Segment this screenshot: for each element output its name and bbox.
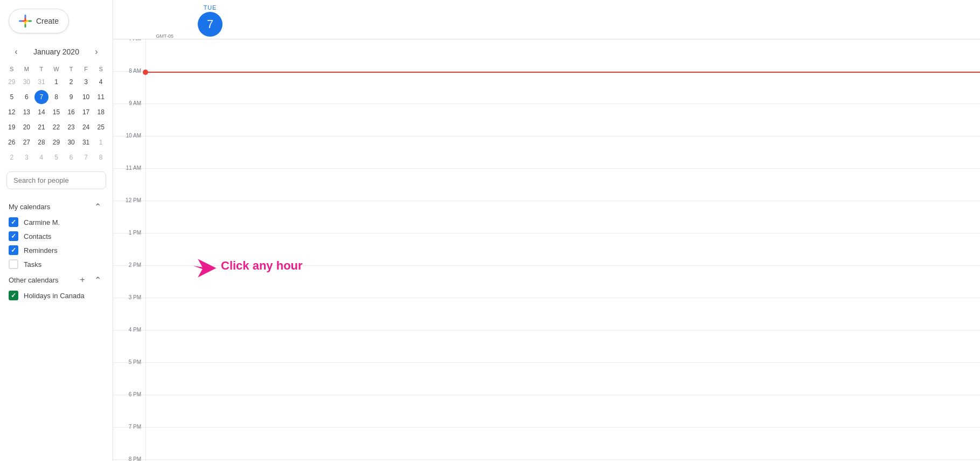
calendar-item-reminders[interactable]: Reminders	[4, 243, 108, 257]
time-slot-4pm[interactable]	[145, 331, 980, 362]
cal-day[interactable]: 24	[79, 120, 93, 134]
cal-day[interactable]: 7	[79, 150, 93, 164]
time-slot-7pm[interactable]	[145, 428, 980, 459]
time-slot-7am[interactable]	[145, 39, 980, 71]
mini-calendar-header: ‹ January 2020 ›	[4, 42, 108, 61]
time-row-2pm[interactable]: 2 PM	[113, 266, 980, 298]
cal-day[interactable]: 31	[79, 135, 93, 149]
my-calendars-title: My calendars	[9, 203, 91, 211]
cal-day[interactable]: 11	[94, 90, 108, 104]
cal-day[interactable]: 15	[49, 105, 63, 119]
cal-day[interactable]: 30	[64, 135, 78, 149]
time-label: 7 PM	[113, 424, 145, 459]
time-slot-6pm[interactable]	[145, 395, 980, 427]
time-row-7am[interactable]: 7 AM	[113, 39, 980, 72]
time-row-8am[interactable]: 8 AM	[113, 72, 980, 104]
cal-day[interactable]: 6	[19, 90, 33, 104]
time-row-5pm[interactable]: 5 PM	[113, 363, 980, 395]
cal-day[interactable]: 27	[19, 135, 33, 149]
cal-day[interactable]: 30	[19, 75, 33, 89]
calendar-item-contacts[interactable]: Contacts	[4, 229, 108, 243]
calendar-item-carmine[interactable]: Carmine M.	[4, 215, 108, 229]
dow-thu: T	[64, 64, 79, 74]
time-grid-container[interactable]: 7 AM 8 AM 9 AM 10 AM 11 AM 12 PM	[113, 39, 980, 461]
calendar-checkbox-holidays[interactable]	[9, 291, 18, 300]
cal-day[interactable]: 2	[5, 150, 19, 164]
time-slot-5pm[interactable]	[145, 363, 980, 395]
dow-fri: F	[79, 64, 94, 74]
cal-day[interactable]: 17	[79, 105, 93, 119]
time-row-7pm[interactable]: 7 PM	[113, 428, 980, 460]
time-row-6pm[interactable]: 6 PM	[113, 395, 980, 428]
time-row-9am[interactable]: 9 AM	[113, 104, 980, 136]
time-row-11am[interactable]: 11 AM	[113, 169, 980, 201]
prev-month-button[interactable]: ‹	[9, 44, 24, 59]
cal-day[interactable]: 12	[5, 105, 19, 119]
cal-day[interactable]: 22	[49, 120, 63, 134]
time-slot-8am[interactable]	[145, 72, 980, 104]
time-slot-1pm[interactable]	[145, 233, 980, 265]
cal-day[interactable]: 5	[5, 90, 19, 104]
time-label: 6 PM	[113, 391, 145, 427]
cal-day[interactable]: 4	[34, 150, 48, 164]
cal-day[interactable]: 26	[5, 135, 19, 149]
time-slot-2pm[interactable]	[145, 266, 980, 298]
time-row-1pm[interactable]: 1 PM Click any hour	[113, 233, 980, 266]
cal-day[interactable]: 10	[79, 90, 93, 104]
cal-day[interactable]: 8	[94, 150, 108, 164]
cal-day[interactable]: 20	[19, 120, 33, 134]
cal-day-today[interactable]: 7	[34, 90, 48, 104]
cal-day[interactable]: 23	[64, 120, 78, 134]
cal-day[interactable]: 21	[34, 120, 48, 134]
my-calendars-header[interactable]: My calendars ⌃	[4, 198, 108, 215]
time-slot-12pm[interactable]	[145, 201, 980, 233]
other-calendars-collapse-button[interactable]: ⌃	[91, 273, 104, 286]
time-row-3pm[interactable]: 3 PM	[113, 298, 980, 331]
mini-calendar-title[interactable]: January 2020	[33, 47, 79, 56]
time-slot-11am[interactable]	[145, 169, 980, 201]
cal-day[interactable]: 25	[94, 120, 108, 134]
cal-day[interactable]: 16	[64, 105, 78, 119]
cal-day[interactable]: 18	[94, 105, 108, 119]
cal-day[interactable]: 5	[49, 150, 63, 164]
calendar-checkbox-contacts[interactable]	[9, 231, 18, 241]
dow-sat: S	[93, 64, 108, 74]
cal-day[interactable]: 4	[94, 75, 108, 89]
cal-day[interactable]: 28	[34, 135, 48, 149]
day-column-header[interactable]: TUE 7	[178, 0, 242, 39]
search-people-input[interactable]	[6, 171, 106, 189]
time-row-12pm[interactable]: 12 PM	[113, 201, 980, 233]
cal-day[interactable]: 13	[19, 105, 33, 119]
next-month-button[interactable]: ›	[89, 44, 104, 59]
calendar-item-tasks[interactable]: Tasks	[4, 257, 108, 271]
cal-day[interactable]: 2	[64, 75, 78, 89]
time-row-4pm[interactable]: 4 PM	[113, 331, 980, 363]
cal-day[interactable]: 3	[19, 150, 33, 164]
create-button[interactable]: Create	[9, 9, 69, 33]
calendar-checkbox-reminders[interactable]	[9, 245, 18, 255]
calendar-item-holidays[interactable]: Holidays in Canada	[4, 288, 108, 302]
time-label: 8 PM	[113, 456, 145, 461]
cal-day[interactable]: 14	[34, 105, 48, 119]
cal-day[interactable]: 9	[64, 90, 78, 104]
time-slot-10am[interactable]	[145, 136, 980, 168]
cal-day[interactable]: 29	[5, 75, 19, 89]
cal-day[interactable]: 8	[49, 90, 63, 104]
current-time-line	[145, 72, 980, 73]
cal-day[interactable]: 1	[94, 135, 108, 149]
my-calendars-collapse-button[interactable]: ⌃	[91, 200, 104, 213]
cal-day[interactable]: 31	[34, 75, 48, 89]
cal-day[interactable]: 6	[64, 150, 78, 164]
time-slot-3pm[interactable]	[145, 298, 980, 330]
cal-day[interactable]: 29	[49, 135, 63, 149]
cal-day[interactable]: 3	[79, 75, 93, 89]
add-other-calendar-button[interactable]: +	[76, 273, 89, 286]
time-slot-9am[interactable]	[145, 104, 980, 136]
time-row-10am[interactable]: 10 AM	[113, 136, 980, 169]
cal-day[interactable]: 1	[49, 75, 63, 89]
cal-day[interactable]: 19	[5, 120, 19, 134]
calendar-checkbox-tasks[interactable]	[9, 259, 18, 269]
other-calendars-header[interactable]: Other calendars + ⌃	[4, 271, 108, 288]
calendar-checkbox-carmine[interactable]	[9, 217, 18, 227]
day-number: 7	[198, 12, 223, 37]
